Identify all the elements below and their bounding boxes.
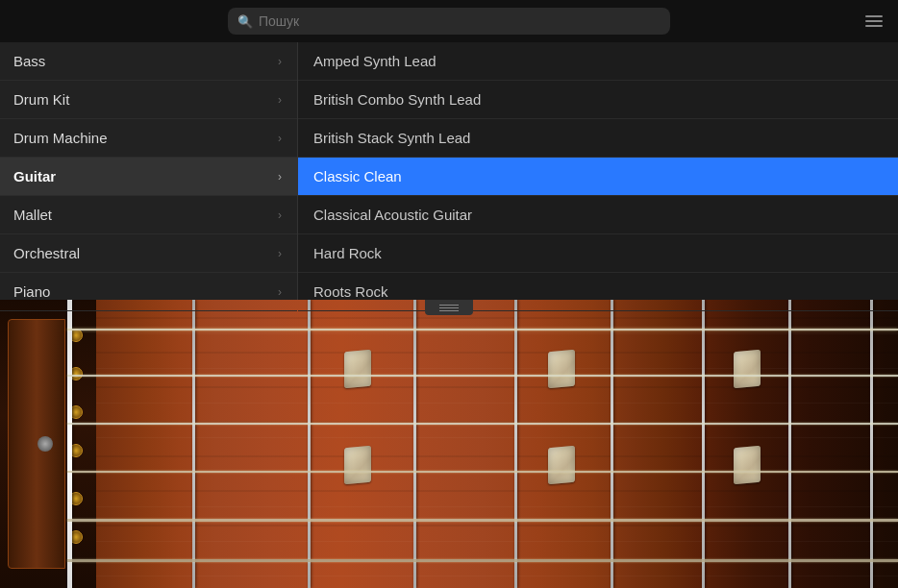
categories-list: Bass › Drum Kit › Drum Machine › Guitar …: [0, 42, 298, 300]
chevron-icon-orchestral: ›: [278, 247, 282, 260]
category-item-drum-machine[interactable]: Drum Machine ›: [0, 119, 297, 158]
search-bar: 🔍: [0, 0, 898, 42]
string-3: [67, 423, 898, 425]
preset-item-hard-rock[interactable]: Hard Rock: [298, 234, 898, 273]
collapse-handle[interactable]: [425, 300, 473, 315]
chevron-icon-piano: ›: [278, 285, 282, 299]
chevron-icon-drum-kit: ›: [278, 93, 282, 107]
preset-item-roots-rock[interactable]: Roots Rock: [298, 273, 898, 311]
preset-label-british-combo-synth-lead: British Combo Synth Lead: [313, 91, 481, 108]
string-5: [67, 519, 898, 522]
chevron-icon-mallet: ›: [278, 208, 282, 222]
preset-label-classic-clean: Classic Clean: [313, 168, 402, 184]
preset-label-british-stack-synth-lead: British Stack Synth Lead: [313, 130, 470, 146]
collapse-handle-lines: [439, 305, 459, 311]
category-item-drum-kit[interactable]: Drum Kit ›: [0, 81, 297, 119]
preset-label-hard-rock: Hard Rock: [313, 245, 382, 261]
search-input-wrap[interactable]: 🔍: [228, 8, 670, 35]
strings-container: [0, 300, 898, 588]
search-icon: 🔍: [237, 14, 253, 29]
collapse-line-2: [439, 307, 459, 308]
preset-item-british-combo-synth-lead[interactable]: British Combo Synth Lead: [298, 81, 898, 119]
chevron-icon-bass: ›: [278, 55, 282, 68]
preset-item-classic-clean[interactable]: Classic Clean: [298, 158, 898, 196]
category-item-piano[interactable]: Piano ›: [0, 273, 297, 311]
category-label-orchestral: Orchestral: [13, 245, 80, 261]
category-label-bass: Bass: [13, 53, 45, 69]
category-label-drum-machine: Drum Machine: [13, 130, 108, 146]
instrument-panel: Bass › Drum Kit › Drum Machine › Guitar …: [0, 42, 898, 300]
string-6: [67, 559, 898, 562]
category-label-guitar: Guitar: [13, 168, 56, 184]
category-label-drum-kit: Drum Kit: [13, 91, 69, 108]
category-item-mallet[interactable]: Mallet ›: [0, 196, 297, 234]
presets-list: Amped Synth Lead British Combo Synth Lea…: [298, 42, 898, 300]
string-4: [67, 471, 898, 473]
preset-item-classical-acoustic-guitar[interactable]: Classical Acoustic Guitar: [298, 196, 898, 234]
string-1: [67, 329, 898, 331]
category-item-guitar[interactable]: Guitar ›: [0, 158, 297, 196]
preset-label-roots-rock: Roots Rock: [313, 283, 388, 300]
fretboard[interactable]: [0, 300, 898, 588]
collapse-line-1: [439, 305, 459, 306]
preset-item-british-stack-synth-lead[interactable]: British Stack Synth Lead: [298, 119, 898, 158]
chevron-icon-drum-machine: ›: [278, 132, 282, 145]
category-item-orchestral[interactable]: Orchestral ›: [0, 234, 297, 273]
category-item-bass[interactable]: Bass ›: [0, 42, 297, 81]
category-label-mallet: Mallet: [13, 207, 52, 223]
menu-icon[interactable]: [865, 15, 883, 27]
preset-label-classical-acoustic-guitar: Classical Acoustic Guitar: [313, 207, 472, 223]
chevron-icon-guitar: ›: [278, 170, 282, 184]
collapse-line-3: [439, 310, 459, 311]
preset-label-amped-synth-lead: Amped Synth Lead: [313, 53, 437, 69]
search-input[interactable]: [259, 13, 661, 29]
string-2: [67, 375, 898, 377]
preset-item-amped-synth-lead[interactable]: Amped Synth Lead: [298, 42, 898, 81]
category-label-piano: Piano: [13, 283, 50, 300]
